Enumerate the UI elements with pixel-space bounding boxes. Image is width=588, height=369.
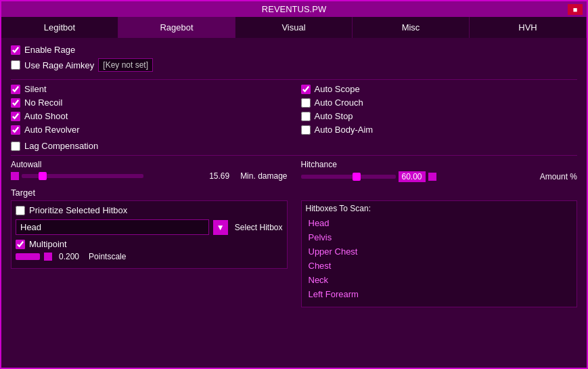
titlebar: REVENTUS.PW ■: [1, 1, 587, 17]
auto-stop-checkbox[interactable]: [301, 112, 311, 121]
enable-rage-label: Enable Rage: [24, 45, 75, 55]
hitbox-dropdown-arrow[interactable]: ▼: [213, 220, 228, 235]
pointscale-value: 0.200: [59, 252, 79, 261]
hitchance-label: Hitchance: [301, 160, 578, 169]
hitbox-upper-chest[interactable]: Upper Chest: [306, 244, 573, 259]
tab-visual[interactable]: Visual: [235, 17, 353, 38]
min-damage-slider[interactable]: [22, 174, 143, 178]
content-area: Enable Rage Use Rage Aimkey [Key not set…: [1, 38, 587, 368]
hitbox-neck[interactable]: Neck: [306, 273, 573, 287]
min-damage-label: Min. damage: [240, 171, 287, 181]
hitboxes-to-scan-label: Hitboxes To Scan:: [306, 204, 573, 213]
min-damage-value: 15.69: [209, 171, 236, 181]
use-rage-aimkey-checkbox[interactable]: [11, 60, 20, 70]
amount-pct-label: Amount %: [540, 172, 577, 181]
silent-label: Silent: [24, 84, 47, 94]
multipoint-label: Multipoint: [29, 239, 67, 249]
hitbox-head[interactable]: Head: [306, 216, 573, 230]
window-title: REVENTUS.PW: [262, 4, 326, 14]
hitbox-right-forearm[interactable]: Right Forearm: [306, 301, 573, 304]
auto-stop-label: Auto Stop: [315, 111, 353, 121]
use-rage-aimkey-label: Use Rage Aimkey: [24, 60, 94, 70]
autowall-color-swatch[interactable]: [11, 172, 19, 180]
prioritize-hitbox-checkbox[interactable]: [16, 206, 25, 215]
tab-ragebot[interactable]: Ragebot: [118, 17, 235, 38]
tab-misc[interactable]: Misc: [353, 17, 470, 38]
auto-crouch-checkbox[interactable]: [301, 98, 311, 108]
close-button[interactable]: ■: [568, 4, 583, 15]
pointscale-color-swatch[interactable]: [44, 253, 52, 261]
tab-legitbot[interactable]: Legitbot: [1, 17, 118, 38]
lag-compensation-label: Lag Compensation: [24, 141, 98, 151]
hitbox-chest[interactable]: Chest: [306, 259, 573, 273]
auto-revolver-label: Auto Revolver: [24, 125, 80, 135]
pointscale-slider-fill: [16, 253, 40, 260]
hitchance-value: 60.00: [399, 171, 426, 182]
auto-revolver-checkbox[interactable]: [11, 125, 20, 135]
tab-bar: Legitbot Ragebot Visual Misc HVH: [1, 17, 587, 38]
auto-scope-label: Auto Scope: [315, 84, 360, 94]
app-window: REVENTUS.PW ■ Legitbot Ragebot Visual Mi…: [0, 0, 588, 369]
multipoint-checkbox[interactable]: [16, 240, 25, 249]
lag-compensation-checkbox[interactable]: [11, 142, 20, 151]
hitchance-color-swatch[interactable]: [428, 173, 436, 181]
auto-scope-checkbox[interactable]: [301, 85, 311, 94]
autowall-label: Autowall: [11, 160, 288, 169]
silent-checkbox[interactable]: [11, 85, 20, 94]
auto-body-aim-label: Auto Body-Aim: [315, 125, 374, 135]
select-hitbox-label: Select Hitbox: [235, 223, 283, 232]
no-recoil-label: No Recoil: [24, 97, 62, 108]
prioritize-hitbox-label: Prioritize Selected Hitbox: [29, 205, 127, 215]
hitbox-select-display: Head: [16, 219, 209, 235]
tab-hvh[interactable]: HVH: [470, 17, 587, 38]
target-section-label: Target: [11, 188, 577, 198]
hitboxes-list: Head Pelvis Upper Chest Chest Neck Left …: [306, 216, 573, 304]
pointscale-label: Pointscale: [89, 252, 126, 261]
enable-rage-checkbox[interactable]: [11, 45, 20, 55]
no-recoil-checkbox[interactable]: [11, 98, 20, 108]
auto-crouch-label: Auto Crouch: [315, 97, 363, 108]
hitchance-slider[interactable]: [301, 175, 396, 179]
key-not-set-badge[interactable]: [Key not set]: [98, 58, 153, 72]
auto-shoot-label: Auto Shoot: [24, 111, 68, 121]
auto-shoot-checkbox[interactable]: [11, 112, 20, 121]
hitbox-pelvis[interactable]: Pelvis: [306, 230, 573, 244]
hitbox-left-forearm[interactable]: Left Forearm: [306, 287, 573, 301]
auto-body-aim-checkbox[interactable]: [301, 125, 311, 135]
